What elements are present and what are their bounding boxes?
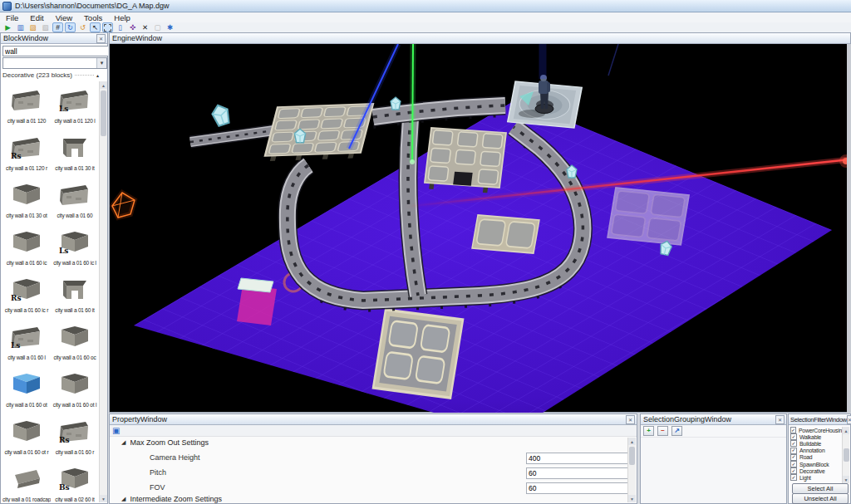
- transform-button[interactable]: ✕: [140, 22, 150, 32]
- block-item[interactable]: city wall a 01 120: [2, 81, 51, 129]
- block-list-scrollbar[interactable]: ▲ ▼: [99, 81, 107, 502]
- block-item[interactable]: city wall a 01 60 ot r: [2, 413, 51, 460]
- scroll-up-icon[interactable]: ▲: [628, 438, 636, 445]
- pitch-input[interactable]: [526, 467, 633, 479]
- block-item[interactable]: city wall a 01 30 it: [51, 129, 99, 176]
- block-window-titlebar[interactable]: BlockWindow ✕: [1, 33, 107, 44]
- block-filter-dropdown[interactable]: ▾: [2, 57, 107, 69]
- image-icon[interactable]: ▣: [112, 426, 120, 435]
- property-window-titlebar[interactable]: PropertyWindow ✕: [110, 414, 637, 425]
- open-button[interactable]: ▨: [27, 22, 38, 32]
- block-category-header[interactable]: Decorative (223 blocks) ▴: [2, 70, 99, 80]
- unselect-all-button[interactable]: Unselect All: [792, 493, 849, 504]
- filter-item[interactable]: ✓Light: [790, 474, 842, 481]
- collapse-icon[interactable]: ▴: [96, 72, 99, 78]
- checkbox-checked-icon[interactable]: ✓: [790, 427, 796, 433]
- pointer-tool-button[interactable]: ↖: [90, 22, 101, 32]
- block-search-input[interactable]: [2, 46, 109, 56]
- menu-file[interactable]: File: [0, 13, 24, 22]
- category-max-zoom-out[interactable]: ◢ Max Zoom Out Settings: [121, 438, 209, 447]
- filter-window-titlebar[interactable]: SelectionFilterWindow ✕: [789, 414, 850, 425]
- menu-view[interactable]: View: [50, 13, 78, 22]
- expander-icon[interactable]: ◢: [121, 439, 125, 446]
- block-item[interactable]: Bscity wall a 02 60 it: [51, 460, 99, 502]
- filter-item[interactable]: ✓Annotation: [790, 448, 842, 454]
- block-item-selected[interactable]: city wall a 01 60 ot: [2, 365, 51, 413]
- engine-viewport[interactable]: [110, 44, 850, 412]
- promote-group-button[interactable]: ↗: [671, 426, 682, 436]
- close-icon[interactable]: ✕: [626, 415, 635, 424]
- platform-ghost-2x2[interactable]: [608, 188, 689, 245]
- checkbox-checked-icon[interactable]: ✓: [790, 433, 797, 440]
- block-item[interactable]: city wall a 01 60 oc: [51, 318, 99, 365]
- window-titlebar[interactable]: D:\Users\shannon\Documents\DG_A Map.dgw: [0, 0, 851, 12]
- floor-pad-platform[interactable]: [373, 310, 463, 398]
- scroll-down-icon[interactable]: ▼: [628, 495, 636, 502]
- checkbox-checked-icon[interactable]: ✓: [790, 448, 797, 454]
- scrollbar-thumb[interactable]: [844, 448, 849, 462]
- expander-icon[interactable]: ◢: [121, 496, 125, 502]
- block-item[interactable]: city wall a 01 30 ot: [2, 176, 51, 223]
- scroll-up-icon[interactable]: ▲: [100, 81, 107, 89]
- block-item[interactable]: city wall a 01 60: [51, 176, 99, 223]
- block-item[interactable]: Lscity wall a 01 60 l: [2, 318, 51, 365]
- rotate-alt-button[interactable]: ↺: [77, 22, 88, 32]
- settings-button[interactable]: ✱: [165, 22, 175, 32]
- engine-window-titlebar[interactable]: EngineWindow: [110, 33, 850, 44]
- menu-edit[interactable]: Edit: [24, 13, 49, 22]
- platform-2x1[interactable]: [472, 215, 539, 253]
- road-bridge[interactable]: [190, 130, 274, 142]
- filter-item[interactable]: ✓Decorative: [790, 467, 842, 474]
- platform-3x3[interactable]: [424, 128, 506, 193]
- camera-height-input[interactable]: [526, 453, 633, 464]
- add-group-button[interactable]: +: [643, 426, 654, 436]
- run-button[interactable]: ▶: [2, 22, 13, 32]
- rotate-view-button[interactable]: ↻: [65, 22, 76, 32]
- import-button[interactable]: ▧: [40, 22, 51, 32]
- checkbox-checked-icon[interactable]: ✓: [790, 461, 797, 467]
- marquee-select-button[interactable]: [102, 22, 113, 32]
- menu-help[interactable]: Help: [108, 13, 136, 22]
- category-intermediate-zoom[interactable]: ◢ Intermediate Zoom Settings: [121, 495, 222, 503]
- snap-button[interactable]: ▢: [152, 22, 163, 32]
- block-item[interactable]: city wall a 01 60 ot l: [51, 365, 99, 413]
- checkbox-checked-icon[interactable]: ✓: [790, 474, 797, 481]
- filter-item[interactable]: ✓Road: [790, 454, 842, 461]
- property-scrollbar[interactable]: ▲ ▼: [627, 438, 636, 502]
- block-item[interactable]: city wall a 01 60 ic: [2, 223, 51, 271]
- filter-scrollbar[interactable]: ▲ ▼: [842, 427, 849, 483]
- checkbox-checked-icon[interactable]: ✓: [790, 467, 797, 474]
- block-item[interactable]: Rscity wall a 01 120 r: [2, 129, 51, 176]
- block-item[interactable]: city wall a 01 60 it: [51, 271, 99, 318]
- splitter-grouping-filter[interactable]: [787, 413, 788, 504]
- splitter-horizontal[interactable]: [109, 413, 851, 413]
- scroll-up-icon[interactable]: ▲: [843, 427, 849, 434]
- block-item[interactable]: city wall a 01 roadcap: [2, 460, 51, 502]
- filter-item[interactable]: ✓Buildable: [790, 440, 842, 447]
- remove-group-button[interactable]: −: [657, 426, 668, 436]
- scrollbar-thumb[interactable]: [101, 91, 106, 136]
- fov-input[interactable]: [526, 482, 633, 494]
- checkbox-checked-icon[interactable]: ✓: [790, 454, 797, 461]
- splitter-vertical[interactable]: [108, 32, 109, 504]
- close-icon[interactable]: ✕: [96, 34, 106, 43]
- menu-tools[interactable]: Tools: [78, 13, 108, 22]
- close-icon[interactable]: ✕: [847, 415, 851, 424]
- filter-item[interactable]: ✓Walkable: [790, 433, 842, 440]
- block-item[interactable]: Lscity wall a 01 60 ic l: [51, 223, 99, 271]
- checkbox-checked-icon[interactable]: ✓: [790, 440, 797, 447]
- close-icon[interactable]: ✕: [775, 415, 785, 424]
- wireframe-gem[interactable]: [112, 193, 135, 218]
- grid-toggle-button[interactable]: #: [52, 22, 63, 32]
- pin-button[interactable]: ✜: [127, 22, 138, 32]
- filter-item[interactable]: ✓SpawnBlock: [790, 461, 842, 467]
- save-button[interactable]: ▥: [15, 22, 26, 32]
- block-item[interactable]: Lscity wall a 01 120 l: [51, 81, 99, 129]
- block-item[interactable]: Rscity wall a 01 60 r: [51, 413, 99, 460]
- filter-item[interactable]: ✓PowerCoreHousing: [790, 427, 842, 433]
- statue-pedestal[interactable]: [508, 44, 582, 128]
- scrollbar-thumb[interactable]: [629, 447, 635, 465]
- grouping-window-titlebar[interactable]: SelectionGroupingWindow ✕: [641, 414, 786, 425]
- block-item[interactable]: Rscity wall a 01 60 ic r: [2, 271, 51, 318]
- scroll-down-icon[interactable]: ▼: [100, 495, 107, 502]
